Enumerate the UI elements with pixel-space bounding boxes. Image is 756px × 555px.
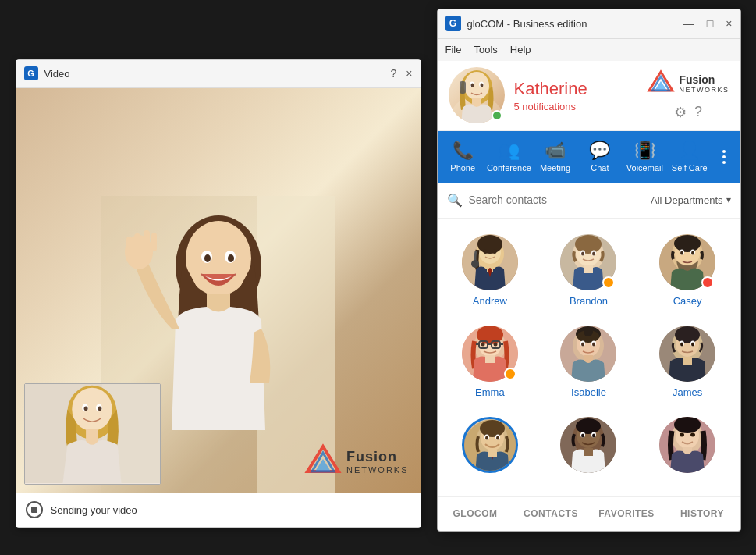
contact-avatar-7 <box>462 417 518 473</box>
user-status-dot <box>492 110 502 121</box>
nav-chat[interactable]: 💬 Chat <box>577 134 622 179</box>
pip-person-svg <box>25 383 160 484</box>
svg-rect-10 <box>134 233 140 251</box>
fusion-triangle-logo <box>304 443 342 481</box>
video-controls: ? × <box>391 67 413 80</box>
contact-card-emma[interactable]: Emma <box>444 319 537 404</box>
contact-name-brandon: Brandon <box>570 295 608 307</box>
svg-point-95 <box>691 342 694 346</box>
nav-meeting-label: Meeting <box>540 163 570 173</box>
help-circle-icon[interactable]: ? <box>694 104 702 121</box>
fusion-logo-header: Fusion NETWORKS <box>647 69 729 98</box>
window-controls: — □ × <box>683 17 733 30</box>
svg-point-94 <box>680 342 683 346</box>
svg-point-81 <box>584 327 593 336</box>
svg-rect-13 <box>126 237 132 251</box>
fusion-brand-name: Fusion <box>346 449 409 465</box>
svg-point-74 <box>493 342 497 346</box>
contact-card-7[interactable] <box>444 411 537 484</box>
contact-status-brandon <box>602 276 615 289</box>
svg-point-7 <box>228 254 234 262</box>
svg-point-119 <box>680 432 684 436</box>
tab-favorites[interactable]: FAVORITES <box>589 497 665 531</box>
menu-tools[interactable]: Tools <box>474 44 497 55</box>
nav-conference-label: Conference <box>487 163 531 173</box>
nav-selfcare[interactable]: 👤 Self Care <box>667 134 712 179</box>
svg-point-103 <box>485 436 488 439</box>
svg-point-59 <box>674 235 701 252</box>
contact-card-james[interactable]: James <box>641 319 734 404</box>
svg-point-21 <box>83 406 87 411</box>
minimize-button[interactable]: — <box>683 17 694 30</box>
video-bottom-bar: Sending your video <box>16 493 421 527</box>
more-dots-icon <box>722 150 726 164</box>
tab-history[interactable]: HISTORY <box>665 497 740 531</box>
stop-button[interactable] <box>26 501 43 518</box>
search-icon: 🔍 <box>447 193 463 208</box>
search-bar: 🔍 All Departments ▾ <box>438 183 740 219</box>
profile-info: Katherine 5 notifications <box>514 79 638 112</box>
svg-point-85 <box>581 342 584 346</box>
svg-point-29 <box>464 72 489 100</box>
nav-meeting[interactable]: 📹 Meeting <box>533 134 577 179</box>
menu-file[interactable]: File <box>445 44 462 55</box>
svg-point-42 <box>477 235 502 254</box>
contact-card-isabelle[interactable]: Isabelle <box>542 319 635 404</box>
video-main-area: Fusion NETWORKS <box>16 88 421 493</box>
contact-name-andrew: Andrew <box>473 295 507 307</box>
contact-avatar-emma <box>462 326 518 382</box>
maximize-button[interactable]: □ <box>707 17 713 30</box>
menu-help[interactable]: Help <box>510 44 531 55</box>
contact-card-8[interactable] <box>542 411 635 484</box>
sending-status: Sending your video <box>51 504 137 516</box>
close-button-video[interactable]: × <box>406 67 412 80</box>
contact-name-isabelle: Isabelle <box>571 386 606 398</box>
contact-card-casey[interactable]: Casey <box>641 228 734 313</box>
close-button-glocom[interactable]: × <box>726 17 732 30</box>
svg-rect-91 <box>683 357 692 365</box>
video-pip <box>24 383 161 485</box>
contact-img-7 <box>462 417 518 473</box>
tab-contacts[interactable]: CONTACTS <box>513 497 589 531</box>
tab-glocom[interactable]: GLOCOM <box>438 497 513 531</box>
svg-point-50 <box>575 235 602 254</box>
glocom-title: gloCOM - Business edition <box>467 18 677 30</box>
nav-conference[interactable]: 👥 Conference <box>485 134 533 179</box>
menu-bar: File Tools Help <box>438 39 740 61</box>
contact-avatar-9 <box>659 417 715 473</box>
settings-icon[interactable]: ⚙ <box>674 104 687 121</box>
nav-voicemail[interactable]: 📳 Voicemail <box>623 134 667 179</box>
fusion-text-overlay: Fusion NETWORKS <box>346 449 409 475</box>
svg-rect-35 <box>460 81 466 94</box>
svg-point-86 <box>592 342 595 346</box>
fusion-logo-overlay: Fusion NETWORKS <box>304 443 409 481</box>
profile-action-icons: ⚙ ? <box>674 104 702 121</box>
contact-card-brandon[interactable]: Brandon <box>542 228 635 313</box>
svg-point-33 <box>480 84 483 87</box>
nav-phone[interactable]: 📞 Phone <box>441 134 485 179</box>
user-name: Katherine <box>514 79 638 99</box>
nav-chat-label: Chat <box>591 163 609 173</box>
svg-point-22 <box>98 406 101 411</box>
contact-avatar-brandon <box>560 234 616 290</box>
search-input[interactable] <box>469 194 645 206</box>
nav-more[interactable] <box>712 150 736 164</box>
contact-card-9[interactable] <box>641 411 734 484</box>
svg-rect-11 <box>144 230 150 251</box>
svg-point-43 <box>471 260 479 268</box>
profile-right-section: Fusion NETWORKS ⚙ ? <box>647 69 729 121</box>
contact-avatar-james <box>659 326 715 382</box>
contact-img-8 <box>560 417 616 473</box>
svg-point-117 <box>674 417 701 433</box>
department-filter[interactable]: All Departments ▾ <box>651 194 730 206</box>
contact-avatar-8 <box>560 417 616 473</box>
contact-img-9 <box>659 417 715 473</box>
contact-card-andrew[interactable]: Andrew <box>444 228 537 313</box>
stop-icon <box>31 507 37 513</box>
help-button[interactable]: ? <box>391 67 397 80</box>
video-title: Video <box>44 68 385 80</box>
contact-name-james: James <box>673 386 702 398</box>
svg-rect-100 <box>488 450 497 457</box>
contact-name-casey: Casey <box>673 295 702 307</box>
conference-icon: 👥 <box>499 141 520 161</box>
